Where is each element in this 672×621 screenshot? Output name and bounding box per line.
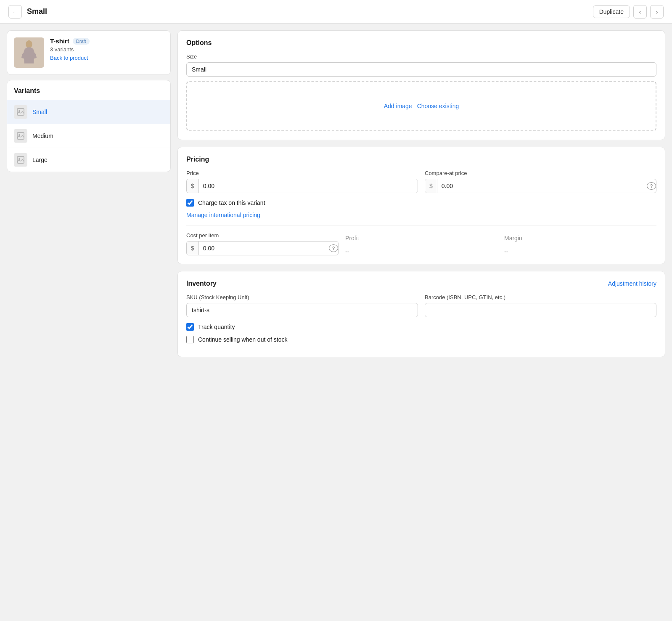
track-quantity-checkbox[interactable] — [186, 323, 194, 331]
main-layout: T-shirt Draft 3 variants Back to product… — [0, 24, 672, 364]
cost-prefix: $ — [187, 242, 199, 255]
prev-variant-button[interactable]: ‹ — [633, 5, 647, 19]
compare-input-wrapper: $ ? — [425, 179, 656, 193]
sku-input[interactable] — [186, 303, 418, 317]
compare-price-label: Compare-at price — [425, 170, 656, 176]
pricing-divider — [186, 225, 656, 226]
profit-label: Profit — [345, 232, 497, 242]
svg-point-0 — [26, 40, 32, 48]
track-quantity-row: Track quantity — [186, 323, 656, 331]
svg-rect-3 — [17, 133, 24, 139]
price-prefix: $ — [187, 179, 199, 193]
draft-badge: Draft — [73, 38, 90, 45]
svg-rect-5 — [17, 157, 24, 163]
svg-rect-1 — [17, 109, 24, 115]
track-quantity-label: Track quantity — [198, 324, 235, 330]
duplicate-button[interactable]: Duplicate — [593, 5, 630, 18]
manage-international-pricing-link[interactable]: Manage international pricing — [186, 212, 260, 218]
margin-field: Margin -- — [504, 232, 656, 255]
barcode-field: Barcode (ISBN, UPC, GTIN, etc.) — [425, 294, 656, 317]
profit-field: Profit -- — [345, 232, 497, 255]
cost-row: Cost per item $ ? Profit -- Margin -- — [186, 232, 656, 255]
variants-count: 3 variants — [50, 46, 164, 53]
add-image-button[interactable]: Add image — [384, 103, 412, 109]
svg-point-6 — [19, 158, 20, 160]
variant-name-small: Small — [32, 109, 47, 115]
product-card: T-shirt Draft 3 variants Back to product — [7, 30, 171, 75]
variant-item-small[interactable]: Small — [7, 100, 170, 124]
compare-prefix: $ — [425, 179, 437, 193]
inventory-section: Inventory Adjustment history SKU (Stock … — [177, 271, 665, 357]
cost-help-icon[interactable]: ? — [329, 244, 338, 252]
product-thumbnail — [14, 37, 44, 68]
charge-tax-checkbox[interactable] — [186, 199, 194, 207]
continue-selling-row: Continue selling when out of stock — [186, 336, 656, 343]
variant-icon-small — [14, 105, 27, 119]
continue-selling-checkbox[interactable] — [186, 336, 194, 343]
barcode-label: Barcode (ISBN, UPC, GTIN, etc.) — [425, 294, 656, 300]
price-input-wrapper: $ — [186, 179, 418, 193]
price-row: Price $ Compare-at price $ ? — [186, 170, 656, 193]
variant-name-medium: Medium — [32, 133, 53, 139]
variant-icon-large — [14, 153, 27, 167]
variant-icon-medium — [14, 129, 27, 143]
variant-item-large[interactable]: Large — [7, 148, 170, 172]
cost-input[interactable] — [199, 242, 327, 255]
profit-value: -- — [345, 244, 497, 255]
inventory-header: Inventory Adjustment history — [186, 280, 656, 287]
variants-card: Variants Small — [7, 80, 171, 172]
compare-price-input[interactable] — [437, 179, 645, 193]
options-title: Options — [186, 39, 656, 47]
inventory-fields-row: SKU (Stock Keeping Unit) Barcode (ISBN, … — [186, 294, 656, 317]
compare-help-icon[interactable]: ? — [647, 182, 656, 190]
barcode-input[interactable] — [425, 303, 656, 317]
variants-title: Variants — [7, 80, 170, 100]
compare-price-field: Compare-at price $ ? — [425, 170, 656, 193]
cost-field: Cost per item $ ? — [186, 232, 339, 255]
header-left: ← Small — [8, 5, 47, 19]
choose-existing-button[interactable]: Choose existing — [417, 103, 459, 109]
back-button[interactable]: ← — [8, 5, 22, 19]
sku-label: SKU (Stock Keeping Unit) — [186, 294, 418, 300]
price-label: Price — [186, 170, 418, 176]
inventory-title: Inventory — [186, 280, 217, 287]
page-title: Small — [27, 7, 47, 16]
pricing-title: Pricing — [186, 156, 656, 163]
svg-point-4 — [19, 134, 20, 136]
page-header: ← Small Duplicate ‹ › — [0, 0, 672, 24]
charge-tax-row: Charge tax on this variant — [186, 199, 656, 207]
margin-label: Margin — [504, 232, 656, 242]
next-variant-button[interactable]: › — [650, 5, 664, 19]
continue-selling-label: Continue selling when out of stock — [198, 336, 287, 343]
cost-input-wrapper: $ ? — [186, 241, 339, 255]
cost-label: Cost per item — [186, 232, 339, 239]
svg-point-2 — [19, 110, 20, 112]
margin-value: -- — [504, 244, 656, 255]
image-upload-area[interactable]: Add image Choose existing — [186, 81, 656, 131]
size-input[interactable] — [186, 62, 656, 77]
size-label: Size — [186, 53, 656, 60]
product-name-row: T-shirt Draft — [50, 37, 164, 45]
options-section: Options Size Add image Choose existing — [177, 30, 665, 140]
header-right: Duplicate ‹ › — [593, 5, 664, 19]
variant-name-large: Large — [32, 157, 48, 163]
main-content: Options Size Add image Choose existing P… — [177, 30, 665, 357]
price-input[interactable] — [199, 179, 418, 193]
sidebar: T-shirt Draft 3 variants Back to product… — [7, 30, 171, 357]
product-info: T-shirt Draft 3 variants Back to product — [50, 37, 164, 61]
product-name: T-shirt — [50, 37, 69, 45]
pricing-section: Pricing Price $ Compare-at price $ ? — [177, 147, 665, 264]
variant-item-medium[interactable]: Medium — [7, 124, 170, 148]
charge-tax-label: Charge tax on this variant — [198, 199, 265, 206]
price-field: Price $ — [186, 170, 418, 193]
back-to-product-link[interactable]: Back to product — [50, 55, 88, 61]
adjustment-history-link[interactable]: Adjustment history — [608, 280, 656, 287]
sku-field: SKU (Stock Keeping Unit) — [186, 294, 418, 317]
